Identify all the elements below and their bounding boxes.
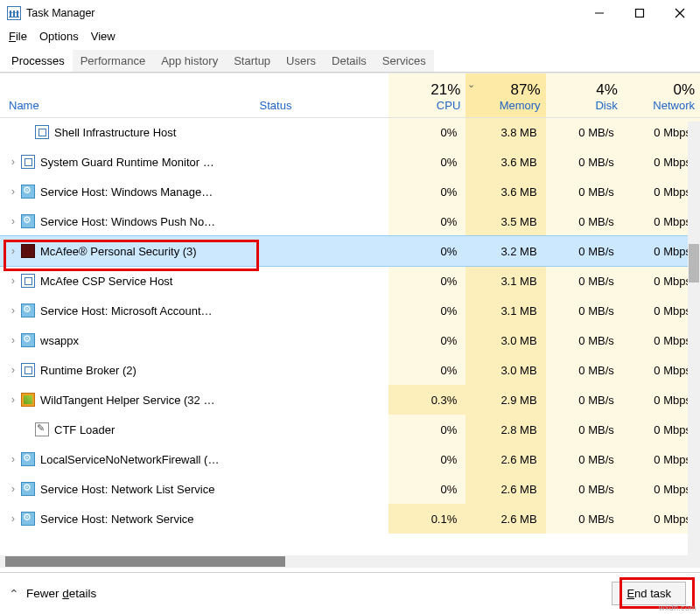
horizontal-scrollbar[interactable]: [0, 555, 688, 568]
table-row[interactable]: ›McAfee CSP Service Host0%3.1 MB0 MB/s0 …: [0, 266, 700, 296]
process-name-cell[interactable]: ›Service Host: Network List Service: [0, 474, 255, 504]
memory-cell: 3.6 MB: [466, 147, 545, 177]
tab-processes[interactable]: Processes: [4, 50, 73, 72]
tab-apphistory[interactable]: App history: [153, 50, 226, 72]
table-row[interactable]: ›System Guard Runtime Monitor …0%3.6 MB0…: [0, 147, 700, 177]
disk-cell: 0 MB/s: [546, 296, 623, 325]
table-row[interactable]: ›McAfee® Personal Security (3)0%3.2 MB0 …: [0, 236, 700, 266]
status-cell: [255, 385, 389, 415]
process-name-cell[interactable]: ›Service Host: Windows Push No…: [0, 206, 255, 236]
expand-icon[interactable]: ›: [7, 334, 19, 346]
menu-view[interactable]: View: [91, 30, 116, 43]
tab-performance[interactable]: Performance: [73, 50, 153, 72]
table-row[interactable]: CTF Loader0%2.8 MB0 MB/s0 Mbps: [0, 415, 700, 444]
status-cell: [255, 236, 389, 266]
tab-details[interactable]: Details: [324, 50, 374, 72]
memory-cell: 2.8 MB: [466, 415, 545, 444]
table-row[interactable]: ›Runtime Broker (2)0%3.0 MB0 MB/s0 Mbps: [0, 355, 700, 385]
expand-icon[interactable]: ›: [7, 304, 19, 317]
expand-icon[interactable]: ›: [7, 215, 19, 227]
svg-rect-1: [636, 10, 644, 17]
table-row[interactable]: ›wsappx0%3.0 MB0 MB/s0 Mbps: [0, 325, 700, 355]
col-header-memory[interactable]: ⌄ 87% Memory: [466, 73, 545, 117]
process-name-cell[interactable]: ›LocalServiceNoNetworkFirewall (…: [0, 444, 255, 474]
gear-icon: [21, 214, 35, 228]
end-task-button[interactable]: End task: [612, 582, 686, 605]
gear-icon: [21, 512, 35, 526]
col-header-name[interactable]: Name: [0, 73, 255, 117]
expand-icon[interactable]: ›: [7, 245, 19, 257]
process-name-cell[interactable]: ›Service Host: Windows Manage…: [0, 177, 255, 206]
cpu-cell: 0.1%: [388, 504, 466, 534]
table-row[interactable]: ›Service Host: Network List Service0%2.6…: [0, 474, 700, 504]
col-header-disk[interactable]: 4% Disk: [546, 73, 623, 117]
table-row[interactable]: ›WildTangent Helper Service (32 …0.3%2.9…: [0, 385, 700, 415]
process-name: CTF Loader: [54, 423, 115, 436]
tab-services[interactable]: Services: [374, 50, 434, 72]
process-name-cell[interactable]: ›Service Host: Microsoft Account…: [0, 296, 255, 325]
process-name-cell[interactable]: Shell Infrastructure Host: [0, 117, 255, 147]
expand-icon[interactable]: ›: [7, 483, 19, 495]
process-name: Shell Infrastructure Host: [54, 126, 176, 139]
tab-users[interactable]: Users: [278, 50, 324, 72]
gear-icon: [21, 185, 35, 199]
expand-icon[interactable]: ›: [7, 275, 19, 287]
menubar: File Options View: [0, 26, 700, 48]
footer: ⌃ Fewer details End task: [0, 572, 700, 614]
expand-icon[interactable]: ›: [7, 513, 19, 525]
process-name-cell[interactable]: CTF Loader: [0, 415, 255, 444]
process-name-cell[interactable]: ›Service Host: Network Service: [0, 504, 255, 534]
box-icon: [21, 363, 35, 377]
memory-cell: 2.6 MB: [466, 474, 545, 504]
expand-icon[interactable]: ›: [7, 453, 19, 465]
disk-cell: 0 MB/s: [546, 385, 623, 415]
process-name: Service Host: Windows Manage…: [40, 185, 213, 199]
col-header-cpu[interactable]: 21% CPU: [388, 73, 466, 117]
box-icon: [21, 155, 35, 169]
horizontal-scroll-thumb[interactable]: [5, 556, 285, 567]
table-row[interactable]: ›Service Host: Network Service0.1%2.6 MB…: [0, 504, 700, 534]
status-cell: [255, 266, 389, 296]
process-name-cell[interactable]: ›System Guard Runtime Monitor …: [0, 147, 255, 177]
col-header-network[interactable]: 0% Network: [623, 73, 700, 117]
menu-file[interactable]: File: [9, 30, 27, 43]
gear-icon: [21, 304, 35, 317]
disk-cell: 0 MB/s: [546, 236, 623, 266]
table-row[interactable]: ›Service Host: Microsoft Account…0%3.1 M…: [0, 296, 700, 325]
box-icon: [35, 125, 49, 139]
status-cell: [255, 355, 389, 385]
tabs: Processes Performance App history Startu…: [0, 48, 700, 73]
cpu-cell: 0%: [388, 444, 466, 474]
status-cell: [255, 444, 389, 474]
table-row[interactable]: ›LocalServiceNoNetworkFirewall (…0%2.6 M…: [0, 444, 700, 474]
table-row[interactable]: ›Service Host: Windows Manage…0%3.6 MB0 …: [0, 177, 700, 206]
window-controls: [579, 0, 700, 26]
cpu-cell: 0%: [388, 147, 466, 177]
menu-options[interactable]: Options: [39, 30, 79, 43]
titlebar: Task Manager: [0, 0, 700, 26]
expand-icon[interactable]: ›: [7, 394, 19, 406]
maximize-button[interactable]: [620, 0, 660, 26]
expand-icon[interactable]: ›: [7, 364, 19, 376]
process-name-cell[interactable]: ›WildTangent Helper Service (32 …: [0, 385, 255, 415]
table-row[interactable]: Shell Infrastructure Host0%3.8 MB0 MB/s0…: [0, 117, 700, 147]
process-name-cell[interactable]: ›wsappx: [0, 325, 255, 355]
table-row[interactable]: ›Service Host: Windows Push No…0%3.5 MB0…: [0, 206, 700, 236]
process-name-cell[interactable]: ›McAfee® Personal Security (3): [0, 236, 255, 266]
fewer-details-toggle[interactable]: ⌃ Fewer details: [9, 587, 96, 601]
vertical-scroll-thumb[interactable]: [689, 244, 699, 283]
process-name-cell[interactable]: ›Runtime Broker (2): [0, 355, 255, 385]
expand-icon[interactable]: ›: [7, 185, 19, 198]
vertical-scrollbar[interactable]: [688, 122, 700, 568]
tab-startup[interactable]: Startup: [226, 50, 278, 72]
minimize-button[interactable]: [579, 0, 620, 26]
cpu-cell: 0%: [388, 177, 466, 206]
expand-icon[interactable]: ›: [7, 156, 19, 168]
close-button[interactable]: [660, 0, 700, 26]
col-header-status[interactable]: Status: [255, 73, 389, 117]
disk-cell: 0 MB/s: [546, 266, 623, 296]
ctf-icon: [35, 422, 49, 436]
process-name-cell[interactable]: ›McAfee CSP Service Host: [0, 266, 255, 296]
status-cell: [255, 504, 389, 534]
process-table-wrap: Name Status 21% CPU ⌄ 87% Memory 4% Disk…: [0, 73, 700, 568]
